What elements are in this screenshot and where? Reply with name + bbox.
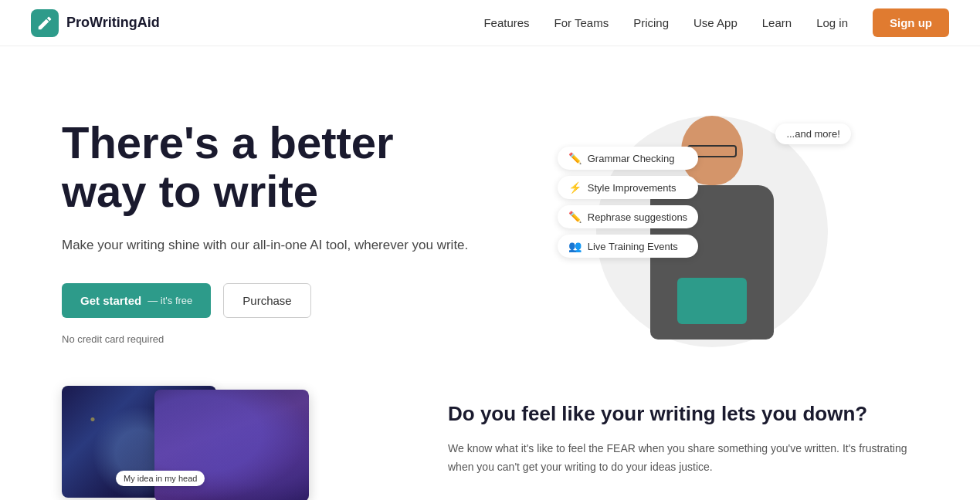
no-credit-card-text: No credit card required (62, 333, 475, 345)
main-nav: Features For Teams Pricing Use App Learn… (483, 8, 949, 37)
painting-cards: My idea in my head (62, 386, 386, 500)
logo[interactable]: ProWritingAid (31, 9, 160, 37)
bottom-right-text: Do you feel like your writing lets you d… (448, 386, 918, 476)
idea-label: My idea in my head (116, 471, 205, 486)
feature-chips: ✏️ Grammar Checking ⚡ Style Improvements… (558, 147, 698, 258)
person-laptop (677, 278, 747, 324)
purchase-button[interactable]: Purchase (223, 283, 310, 318)
painting-area: My idea in my head (62, 386, 386, 500)
site-header: ProWritingAid Features For Teams Pricing… (0, 0, 980, 46)
chip-rephrase-label: Rephrase suggestions (588, 211, 687, 223)
nav-for-teams[interactable]: For Teams (554, 16, 609, 29)
section-text: We know what it's like to feel the FEAR … (448, 440, 918, 477)
logo-text: ProWritingAid (66, 15, 160, 31)
hero-illustration: ✏️ Grammar Checking ⚡ Style Improvements… (565, 100, 859, 363)
hero-title: There's a better way to write (62, 118, 475, 217)
hero-right: ✏️ Grammar Checking ⚡ Style Improvements… (506, 93, 919, 370)
free-label: — it's free (148, 295, 192, 306)
chip-grammar-icon: ✏️ (568, 152, 582, 164)
hero-left: There's a better way to write Make your … (62, 118, 475, 346)
nav-use-app[interactable]: Use App (693, 16, 738, 29)
chip-grammar: ✏️ Grammar Checking (558, 147, 698, 170)
login-button[interactable]: Log in (816, 16, 848, 29)
chip-grammar-label: Grammar Checking (588, 153, 675, 164)
chip-training: 👥 Live Training Events (558, 235, 698, 258)
chip-style-label: Style Improvements (588, 182, 677, 194)
hero-section: There's a better way to write Make your … (0, 46, 980, 386)
chip-rephrase: ✏️ Rephrase suggestions (558, 205, 698, 228)
hero-subtitle: Make your writing shine with our all-in-… (62, 235, 475, 255)
chip-training-label: Live Training Events (588, 241, 678, 252)
chip-rephrase-icon: ✏️ (568, 211, 582, 223)
get-started-button[interactable]: Get started — it's free (62, 283, 211, 318)
chip-style: ⚡ Style Improvements (558, 176, 698, 199)
nav-pricing[interactable]: Pricing (633, 16, 669, 29)
logo-svg (36, 15, 53, 32)
hero-buttons: Get started — it's free Purchase (62, 283, 475, 318)
signup-button[interactable]: Sign up (873, 8, 949, 37)
chip-training-icon: 👥 (568, 240, 582, 252)
chip-style-icon: ⚡ (568, 181, 582, 194)
get-started-label: Get started (80, 294, 141, 307)
section-title: Do you feel like your writing lets you d… (448, 401, 918, 427)
nav-learn[interactable]: Learn (762, 16, 792, 29)
bottom-section: My idea in my head Do you feel like your… (0, 386, 980, 500)
nav-features[interactable]: Features (483, 16, 529, 29)
logo-icon (31, 9, 59, 37)
